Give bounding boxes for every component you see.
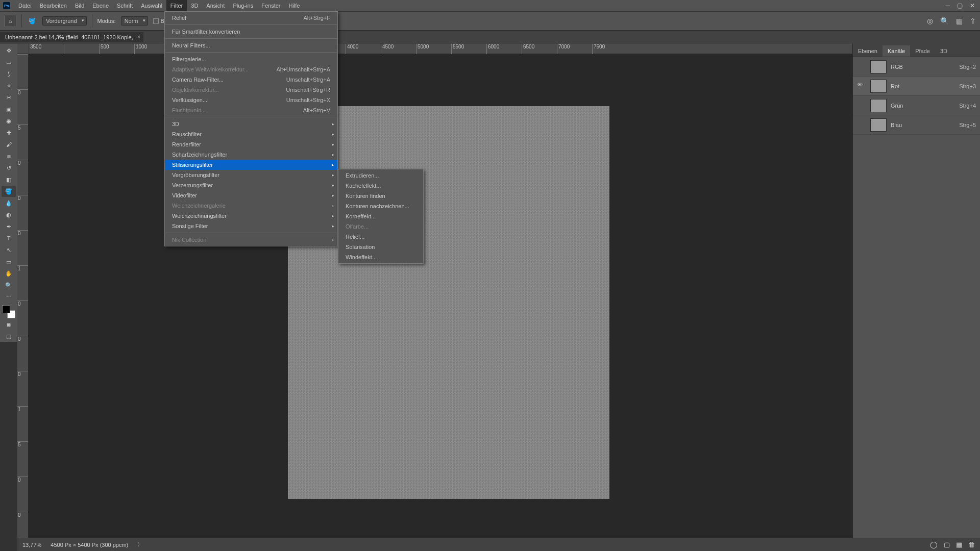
menubar-item-schrift[interactable]: Schrift: [113, 0, 137, 11]
menu-item-scharfzeichnungsfilter[interactable]: Scharfzeichnungsfilter: [165, 149, 337, 160]
blur-tool[interactable]: 💧: [2, 197, 16, 209]
home-button[interactable]: ⌂: [4, 15, 16, 27]
status-icon-1[interactable]: ◯: [930, 541, 938, 548]
channel-rgb[interactable]: RGBStrg+2: [853, 57, 980, 77]
submenu-item-extrudieren-[interactable]: Extrudieren...: [338, 170, 423, 181]
fill-source-dropdown[interactable]: Vordergrund: [42, 16, 87, 26]
menubar-item-auswahl[interactable]: Auswahl: [137, 0, 166, 11]
menu-item-camera-raw-filter-[interactable]: Camera Raw-Filter...Umschalt+Strg+A: [165, 74, 337, 85]
visibility-icon[interactable]: [857, 101, 866, 110]
lasso-tool[interactable]: ⟆: [2, 68, 16, 80]
menubar-item-ansicht[interactable]: Ansicht: [202, 0, 229, 11]
menubar-item-ebene[interactable]: Ebene: [88, 0, 113, 11]
dodge-tool[interactable]: ◐: [2, 209, 16, 220]
frame-tool[interactable]: ▣: [2, 104, 16, 115]
menubar-item-filter[interactable]: Filter: [166, 0, 187, 11]
screenmode-tool[interactable]: ▢: [2, 331, 16, 342]
menubar-item-bearbeiten[interactable]: Bearbeiten: [36, 0, 71, 11]
menu-item-f-r-smartfilter-konvertieren[interactable]: Für Smartfilter konvertieren: [165, 27, 337, 37]
ruler-origin[interactable]: [17, 44, 29, 54]
eyedropper-tool[interactable]: ◉: [2, 115, 16, 127]
panel-tab-3d[interactable]: 3D: [935, 45, 952, 57]
marquee-tool[interactable]: ▭: [2, 57, 16, 68]
color-swatch[interactable]: [2, 305, 15, 318]
zoom-tool[interactable]: 🔍: [2, 280, 16, 291]
menubar-item-bild[interactable]: Bild: [71, 0, 88, 11]
submenu-item-windeffekt-[interactable]: Windeffekt...: [338, 252, 423, 262]
panel-tab-pfade[interactable]: Pfade: [910, 45, 935, 57]
visibility-icon[interactable]: 👁: [857, 82, 866, 91]
panel-tabs: EbenenKanälePfade3D: [853, 44, 980, 57]
channel-blau[interactable]: BlauStrg+5: [853, 115, 980, 135]
menubar-item-3d[interactable]: 3D: [187, 0, 202, 11]
channel-thumb: [870, 99, 887, 112]
edit-toolbar[interactable]: ⋯: [2, 291, 16, 303]
menu-item-renderfilter[interactable]: Renderfilter: [165, 139, 337, 149]
trash-icon[interactable]: 🗑: [968, 541, 975, 548]
visibility-icon[interactable]: [857, 120, 866, 130]
menu-item-neural-filters-[interactable]: Neural Filters...: [165, 40, 337, 51]
menu-item-verzerrungsfilter[interactable]: Verzerrungsfilter: [165, 180, 337, 190]
menu-item-rauschfilter[interactable]: Rauschfilter: [165, 129, 337, 139]
cloud-docs-icon[interactable]: ◎: [927, 17, 933, 25]
menubar-item-hilfe[interactable]: Hilfe: [284, 0, 304, 11]
menu-item-stilisierungsfilter[interactable]: Stilisierungsfilter: [165, 160, 337, 170]
eraser-tool[interactable]: ◧: [2, 174, 16, 185]
zoom-level[interactable]: 13,77%: [22, 542, 41, 548]
history-brush-tool[interactable]: ↺: [2, 162, 16, 173]
status-arrow-icon[interactable]: 〉: [137, 541, 143, 548]
menu-item-verfl-ssigen-[interactable]: Verflüssigen...Umschalt+Strg+X: [165, 95, 337, 105]
type-tool[interactable]: T: [2, 233, 16, 244]
path-select-tool[interactable]: ↖: [2, 244, 16, 256]
brush-tool[interactable]: 🖌: [2, 139, 16, 150]
submenu-item-relief-[interactable]: Relief...: [338, 232, 423, 242]
close-tab-icon[interactable]: ×: [137, 34, 140, 40]
pen-tool[interactable]: ✒: [2, 221, 16, 232]
menubar-item-datei[interactable]: Datei: [14, 0, 36, 11]
channel-grün[interactable]: GrünStrg+4: [853, 96, 980, 115]
hand-tool[interactable]: ✋: [2, 268, 16, 279]
healing-tool[interactable]: ✚: [2, 127, 16, 138]
submenu-item-konturen-finden[interactable]: Konturen finden: [338, 191, 423, 201]
menu-item-3d[interactable]: 3D: [165, 119, 337, 129]
close-icon[interactable]: ✕: [970, 2, 975, 9]
menubar-item-plug-ins[interactable]: Plug-ins: [229, 0, 257, 11]
submenu-item-solarisation[interactable]: Solarisation: [338, 242, 423, 252]
status-icon-3[interactable]: ▦: [956, 541, 962, 548]
document-tab[interactable]: Unbenannt-2 bei 14,3% (field -406181_192…: [0, 32, 143, 42]
channel-thumb: [870, 118, 887, 132]
minimize-icon[interactable]: ─: [945, 2, 950, 9]
workspace-icon[interactable]: ▦: [956, 17, 963, 25]
status-icon-2[interactable]: ▢: [944, 541, 950, 548]
menubar-item-fenster[interactable]: Fenster: [257, 0, 284, 11]
submenu-item-kacheleffekt-[interactable]: Kacheleffekt...: [338, 181, 423, 191]
search-icon[interactable]: 🔍: [940, 17, 949, 25]
stamp-tool[interactable]: ⧇: [2, 151, 16, 162]
bucket-tool[interactable]: 🪣: [2, 186, 16, 197]
menu-item-sonstige-filter[interactable]: Sonstige Filter: [165, 221, 337, 231]
toolbar: ✥ ▭ ⟆ ✧ ✂ ▣ ◉ ✚ 🖌 ⧇ ↺ ◧ 🪣 💧 ◐ ✒ T ↖ ▭ ✋ …: [0, 44, 17, 342]
menu-item-filtergalerie-[interactable]: Filtergalerie...: [165, 54, 337, 64]
panel-tab-ebenen[interactable]: Ebenen: [853, 45, 883, 57]
channel-rot[interactable]: 👁RotStrg+3: [853, 77, 980, 96]
menu-item-relief-last[interactable]: ReliefAlt+Strg+F: [165, 13, 337, 23]
menu-item-videofilter[interactable]: Videofilter: [165, 190, 337, 201]
maximize-icon[interactable]: ▢: [957, 2, 963, 9]
shape-tool[interactable]: ▭: [2, 256, 16, 267]
menu-item-weichzeichnungsfilter[interactable]: Weichzeichnungsfilter: [165, 211, 337, 221]
move-tool[interactable]: ✥: [2, 45, 16, 56]
doc-dimensions[interactable]: 4500 Px × 5400 Px (300 ppcm): [51, 542, 128, 548]
submenu-item-korneffekt-[interactable]: Korneffekt...: [338, 211, 423, 221]
quickmask-tool[interactable]: ◙: [2, 319, 16, 330]
visibility-icon[interactable]: [857, 62, 866, 71]
menu-item-vergr-berungsfilter[interactable]: Vergröberungsfilter: [165, 170, 337, 180]
submenu-item-konturen-nachzeichnen-[interactable]: Konturen nachzeichnen...: [338, 201, 423, 211]
share-icon[interactable]: ⇪: [970, 17, 976, 25]
mode-dropdown[interactable]: Norm: [121, 16, 148, 26]
crop-tool[interactable]: ✂: [2, 92, 16, 103]
magic-wand-tool[interactable]: ✧: [2, 80, 16, 91]
panel-tab-kanäle[interactable]: Kanäle: [883, 45, 910, 57]
vertical-ruler: 0500010001500: [17, 54, 29, 538]
channel-thumb: [870, 80, 887, 93]
bucket-tool-icon[interactable]: 🪣: [27, 16, 37, 26]
